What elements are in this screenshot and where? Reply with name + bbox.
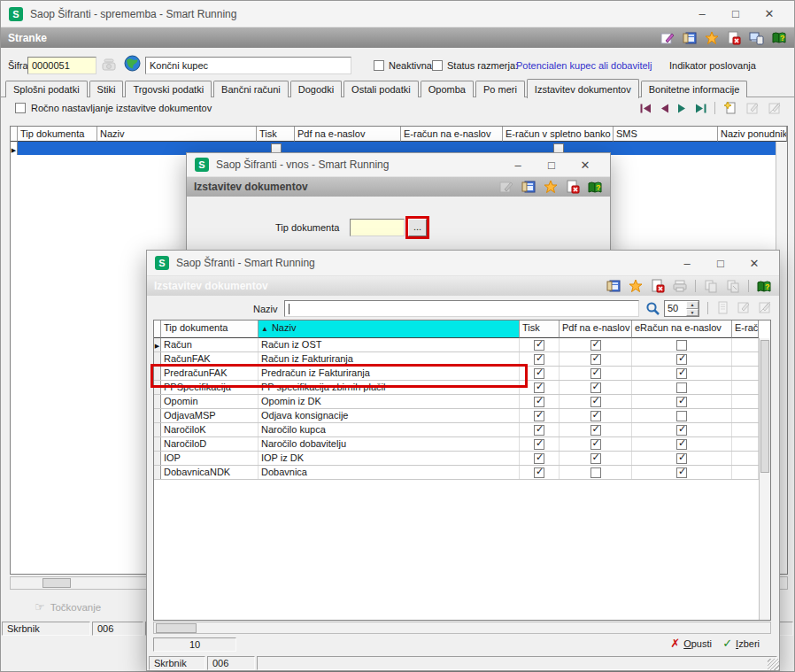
maximize-icon[interactable]: □ [719,8,753,19]
tab[interactable]: Trgovski podatki [125,81,212,97]
sync-devices-icon[interactable] [749,31,764,45]
table-row[interactable]: PredračunFAK Predračun iz Fakturiranja [154,367,759,381]
manual-setting-checkbox[interactable] [15,103,26,113]
pdf-checkbox[interactable] [590,340,601,351]
new-record-icon[interactable] [723,101,737,115]
tab[interactable]: Izstavitev dokumentov [527,79,639,98]
tisk-checkbox[interactable] [534,411,544,421]
doc-type-input[interactable] [350,219,405,236]
last-record-icon[interactable] [695,104,706,113]
table-row[interactable]: IOP IOP iz DK [154,452,759,466]
grid-column-header[interactable]: Tisk [520,321,560,338]
tockovanje-button[interactable]: ☞ Točkovanje [35,601,101,613]
edit-row-icon[interactable] [745,101,760,115]
grid-vertical-scrollbar[interactable] [759,338,770,620]
inactive-checkbox[interactable] [374,60,384,71]
grid-column-header[interactable]: Tip dokumenta [18,127,97,142]
tab[interactable]: Dogodki [290,81,342,97]
grid-column-header[interactable]: Tisk [257,127,295,142]
eracun-checkbox[interactable] [676,439,687,450]
pdf-checkbox[interactable] [590,354,601,365]
tisk-checkbox[interactable] [534,340,544,351]
eracun-checkbox[interactable] [676,453,687,464]
resize-grip[interactable] [768,659,779,670]
minimize-icon[interactable]: – [501,159,535,171]
next-record-icon[interactable] [677,104,687,113]
globe-icon[interactable] [124,55,141,72]
table-row[interactable]: NaročiloK Naročilo kupca [154,423,759,437]
page-size-spinner[interactable]: 50 ▲ ▼ [664,300,699,317]
edit-record-icon[interactable] [499,180,513,194]
eracun-checkbox[interactable] [676,382,687,393]
tab[interactable]: Bonitetne informacije [641,81,748,97]
close-icon[interactable]: ✕ [737,258,771,269]
favorites-star-icon[interactable] [629,279,643,293]
favorites-star-icon[interactable] [544,180,558,194]
table-row[interactable]: PPSpecifikacija PP specifikacija zbirnih… [154,381,759,395]
tab[interactable]: Splošni podatki [5,81,88,97]
eracun-checkbox[interactable] [676,397,687,407]
select-button[interactable]: ✓ Izberi [722,637,760,649]
table-row[interactable]: NaročiloD Naročilo dobavitelju [154,437,759,452]
phone-icon[interactable] [101,58,117,72]
code-input[interactable]: 0000051 [27,57,96,74]
paste-icon[interactable] [726,279,740,293]
help-book-icon[interactable]: ? [757,280,772,293]
pdf-checkbox[interactable] [590,382,601,393]
close-document-icon[interactable] [651,279,665,293]
table-row[interactable]: OdjavaMSP Odjava konsignacije [154,409,759,423]
minimize-icon[interactable]: – [685,8,719,19]
customer-name-input[interactable]: Končni kupec [145,57,351,74]
maximize-icon[interactable]: □ [535,159,568,171]
tab[interactable]: Ostali podatki [343,81,419,97]
tab[interactable]: Stiki [89,81,124,97]
help-book-icon[interactable]: ? [588,181,603,194]
pdf-checkbox[interactable] [590,439,601,450]
close-icon[interactable]: ✕ [753,8,786,19]
grid-column-header[interactable]: Tip dokumenta [161,321,259,338]
eracun-checkbox[interactable] [676,425,687,436]
grid-column-header[interactable]: Naziv [259,321,520,338]
table-row[interactable]: Opomin Opomin iz DK [154,395,759,409]
tab[interactable]: Opomba [421,81,474,97]
status-checkbox[interactable] [432,60,443,71]
pdf-checkbox[interactable] [590,425,601,436]
spinner-up-icon[interactable]: ▲ [686,301,699,309]
tisk-checkbox[interactable] [534,354,544,365]
status-link[interactable]: Potencialen kupec ali dobavitelj [516,60,652,71]
first-record-icon[interactable] [640,104,652,113]
edit-record-icon[interactable] [660,31,675,45]
eracun-checkbox[interactable] [676,354,687,365]
grid-column-header[interactable]: E-račun v spletno banko [503,127,614,142]
tab[interactable]: Bančni računi [213,81,289,97]
delete-row-icon[interactable] [768,101,782,115]
new-record-icon[interactable] [716,301,729,314]
browse-ellipsis-button[interactable]: ... [408,219,427,236]
eracun-checkbox[interactable] [676,411,687,421]
scrollbar-thumb[interactable] [760,340,769,473]
favorites-star-icon[interactable] [705,31,719,45]
tisk-checkbox[interactable] [534,439,544,450]
grid-column-header[interactable]: Naziv [97,127,257,142]
search-input[interactable] [284,300,639,317]
close-document-icon[interactable] [566,180,580,194]
grid-column-header[interactable]: Pdf na e-naslov [560,321,632,338]
tisk-checkbox[interactable] [534,368,544,379]
table-row[interactable]: DobavnicaNDK Dobavnica [154,466,759,480]
pdf-checkbox[interactable] [590,368,601,379]
tisk-checkbox[interactable] [534,397,544,407]
form-settings-icon[interactable] [606,279,621,293]
form-settings-icon[interactable] [683,31,697,45]
tisk-checkbox[interactable] [534,467,544,478]
delete-row-icon[interactable] [759,301,772,314]
grid-column-header[interactable]: E-rač [732,321,759,338]
copy-icon[interactable] [704,279,718,293]
grid-column-header[interactable]: Pdf na e-naslov [295,127,401,142]
grid-horizontal-scrollbar[interactable] [153,622,771,634]
eracun-checkbox[interactable] [676,467,687,478]
form-settings-icon[interactable] [521,180,536,194]
help-book-icon[interactable]: ? [772,31,787,44]
grid-column-header[interactable]: eRačun na e-naslov [632,321,732,338]
edit-row-icon[interactable] [737,301,751,314]
eracun-checkbox[interactable] [676,340,687,351]
